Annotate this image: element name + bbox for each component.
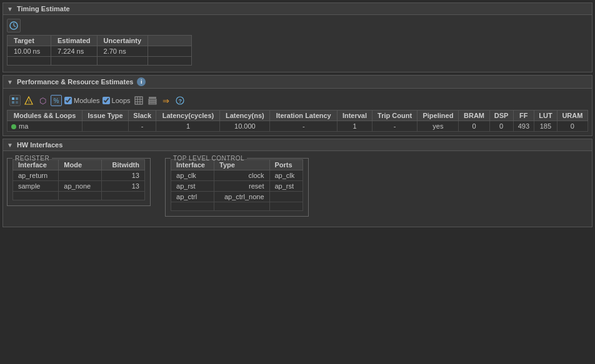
- reg-bitwidth-2: 13: [101, 181, 144, 192]
- table-row: 10.00 ns 7.224 ns 2.70 ns: [8, 46, 192, 57]
- col-trip-count: Trip Count: [372, 111, 418, 121]
- top-interface-2: ap_rst: [171, 181, 214, 192]
- perf-trip-count: -: [372, 121, 418, 132]
- top-interface-empty: [171, 202, 214, 211]
- timing-target: 10.00 ns: [8, 46, 51, 57]
- perf-bram: 0: [459, 121, 489, 132]
- svg-rect-14: [149, 97, 156, 99]
- col-ff: FF: [513, 111, 534, 121]
- table-row: [8, 57, 192, 66]
- reg-col-bitwidth: Bitwidth: [101, 160, 144, 170]
- hw-content: REGISTER Interface Mode Bitwidth ap_retu…: [3, 151, 592, 227]
- table-row: sample ap_none 13: [13, 181, 145, 192]
- timing-uncertainty-empty: [97, 57, 148, 66]
- perf-latency-ns: 10.000: [220, 121, 270, 132]
- perf-table-header-row: Modules && Loops Issue Type Slack Latenc…: [8, 111, 588, 121]
- reg-interface-2: sample: [13, 181, 59, 192]
- col-latency-cycles: Latency(cycles): [156, 111, 220, 121]
- reg-interface-1: ap_return: [13, 170, 59, 181]
- loops-checkbox-label[interactable]: Loops: [102, 97, 131, 104]
- perf-slack: -: [128, 121, 156, 132]
- hw-collapse-icon[interactable]: ▼: [7, 142, 13, 149]
- timing-uncertainty: 2.70 ns: [97, 46, 148, 57]
- reg-mode-1: [59, 170, 101, 181]
- col-latency-ns: Latency(ns): [220, 111, 270, 121]
- top-type-2: reset: [214, 181, 269, 192]
- timing-estimated: 7.224 ns: [51, 46, 98, 57]
- toolbar-icon-3[interactable]: ⬡: [37, 95, 48, 106]
- modules-checkbox-label[interactable]: Modules: [64, 97, 100, 104]
- toolbar-icon-help[interactable]: ?: [174, 95, 186, 106]
- reg-mode-empty: [59, 192, 101, 200]
- table-row: [13, 192, 145, 200]
- reg-col-mode: Mode: [59, 160, 101, 170]
- toolbar-icon-1[interactable]: [9, 95, 21, 106]
- top-ports-3: [269, 192, 303, 202]
- perf-issue-type: [82, 121, 129, 132]
- timing-table: Target Estimated Uncertainty 10.00 ns 7.…: [7, 35, 192, 66]
- svg-rect-6: [16, 101, 18, 104]
- perf-uram: 0: [557, 121, 588, 132]
- svg-line-2: [14, 26, 16, 27]
- col-pipelined: Pipelined: [418, 111, 459, 121]
- register-header-row: Interface Mode Bitwidth: [13, 160, 145, 170]
- timing-title: Timing Estimate: [17, 5, 70, 12]
- top-type-3: ap_ctrl_none: [214, 192, 269, 202]
- hw-interfaces-section: ▼ HW Interfaces REGISTER Interface Mode …: [2, 139, 592, 227]
- timing-estimated-empty: [51, 57, 98, 66]
- table-row: ap_return 13: [13, 170, 145, 181]
- table-row: ap_rst reset ap_rst: [171, 181, 303, 192]
- reg-bitwidth-1: 13: [101, 170, 144, 181]
- table-row: ap_clk clock ap_clk: [171, 170, 303, 181]
- table-row: ma - 1 10.000 - 1 - yes 0 0 493 185 0: [8, 121, 588, 132]
- info-icon[interactable]: i: [137, 77, 146, 86]
- col-dsp: DSP: [489, 111, 513, 121]
- col-issue-type: Issue Type: [82, 111, 129, 121]
- col-lut: LUT: [534, 111, 558, 121]
- performance-table: Modules && Loops Issue Type Slack Latenc…: [7, 110, 588, 132]
- hw-title: HW Interfaces: [17, 141, 62, 149]
- perf-pipelined: yes: [418, 121, 459, 132]
- top-type-1: clock: [214, 170, 269, 181]
- svg-rect-16: [149, 101, 156, 102]
- top-interface-3: ap_ctrl: [171, 192, 214, 202]
- toolbar-icon-export[interactable]: ⇒: [161, 95, 172, 106]
- perf-title: Performance & Resource Estimates: [17, 78, 133, 86]
- timing-content: Target Estimated Uncertainty 10.00 ns 7.…: [3, 15, 592, 72]
- perf-toolbar: ! ⬡ % Modules Loops: [7, 92, 588, 110]
- modules-label: Modules: [74, 97, 100, 104]
- svg-rect-3: [12, 97, 14, 100]
- perf-lut: 185: [534, 121, 558, 132]
- modules-checkbox[interactable]: [64, 97, 72, 104]
- perf-ff: 493: [513, 121, 534, 132]
- perf-module-name: ma: [8, 121, 82, 132]
- timing-collapse-icon[interactable]: ▼: [7, 6, 13, 12]
- perf-collapse-icon[interactable]: ▼: [7, 79, 13, 86]
- svg-rect-4: [16, 97, 18, 100]
- reg-interface-empty: [13, 192, 59, 200]
- loops-label: Loops: [112, 97, 131, 104]
- timing-col-uncertainty: Uncertainty: [97, 36, 148, 46]
- perf-iteration-latency: -: [270, 121, 338, 132]
- top-level-table: Interface Type Ports ap_clk clock ap_clk…: [171, 159, 303, 211]
- top-ports-empty: [269, 202, 303, 211]
- col-modules-loops: Modules && Loops: [8, 111, 82, 121]
- toolbar-icon-percent[interactable]: %: [51, 95, 62, 106]
- perf-content: ! ⬡ % Modules Loops: [3, 89, 592, 135]
- register-table: Interface Mode Bitwidth ap_return 13 sam…: [12, 159, 145, 200]
- toolbar-icon-table[interactable]: [147, 95, 158, 106]
- toolbar-icon-warning[interactable]: !: [23, 95, 34, 106]
- top-ports-1: ap_clk: [269, 170, 303, 181]
- perf-dsp: 0: [489, 121, 513, 132]
- loops-checkbox[interactable]: [102, 97, 110, 104]
- reg-col-interface: Interface: [13, 160, 59, 170]
- top-type-empty: [214, 202, 269, 211]
- col-bram: BRAM: [459, 111, 489, 121]
- toolbar-icon-grid[interactable]: [133, 95, 144, 106]
- col-interval: Interval: [338, 111, 372, 121]
- table-row: [171, 202, 303, 211]
- svg-rect-15: [149, 99, 156, 101]
- top-ports-2: ap_rst: [269, 181, 303, 192]
- perf-latency-cycles: 1: [156, 121, 220, 132]
- performance-section: ▼ Performance & Resource Estimates i !: [2, 75, 592, 136]
